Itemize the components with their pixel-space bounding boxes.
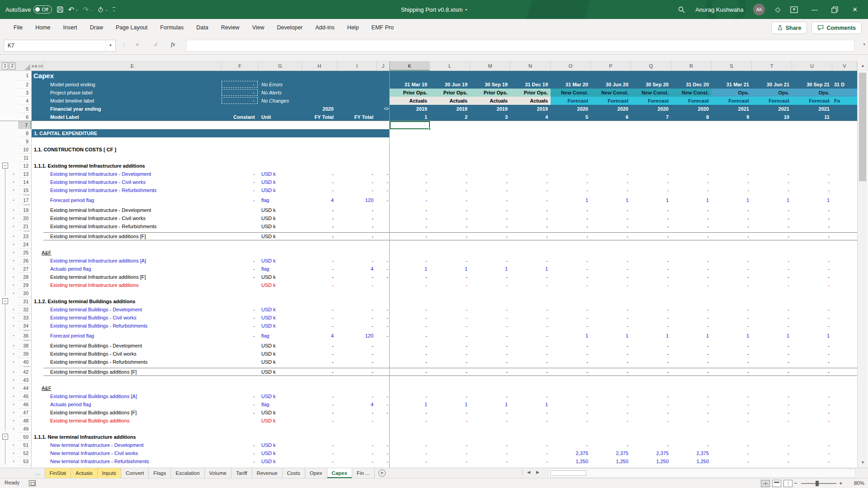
cell-R4[interactable]: Forecast [671,97,712,105]
cell-R33[interactable]: - [671,314,712,322]
cell-P13[interactable]: - [591,170,631,178]
sheet-tab-tariff[interactable]: Tariff [231,468,252,478]
cell-N27[interactable]: 1 [510,265,551,273]
row-number-20[interactable]: 20 [18,214,32,222]
macro-record-icon[interactable] [29,480,36,486]
insert-function-icon[interactable]: fx [171,41,175,48]
cell-P39[interactable]: - [591,350,631,358]
cell-L32[interactable]: - [430,305,470,314]
cell-S36[interactable]: 1 [712,332,752,340]
cell-F27[interactable]: - [222,265,259,273]
cell-M33[interactable]: - [470,314,510,322]
cell-M29[interactable]: - [470,281,510,289]
cell-H28[interactable]: - [302,273,337,281]
cell-M20[interactable]: - [470,214,510,222]
cell-M34[interactable]: - [470,322,510,330]
sheet-tab--[interactable]: ... [32,468,45,478]
cell-P38[interactable]: - [591,342,631,350]
cell-U4[interactable]: Forecast [792,97,832,105]
col-header-O[interactable]: O [551,61,591,71]
cell-R29[interactable]: - [671,281,712,289]
save-button[interactable] [57,6,64,13]
cell-G23[interactable]: USD k [261,232,297,240]
col-header-E[interactable]: E [43,61,222,71]
cell-G47[interactable]: USD k [261,408,297,417]
cell-F36[interactable]: - [222,332,259,340]
cell-R47[interactable]: - [671,408,712,417]
cell-T52[interactable]: - [752,449,792,457]
cell-L14[interactable]: - [430,178,470,186]
cell-M47[interactable]: - [470,408,510,417]
cell-L26[interactable]: - [430,257,470,265]
cell-F33[interactable]: - [222,314,259,322]
sheet-tab-convert[interactable]: Convert [121,468,149,478]
menu-tab-page-layout[interactable]: Page Layout [109,19,154,37]
cell-M21[interactable]: - [470,222,510,230]
cell-Q40[interactable]: - [631,358,671,366]
cell-S17[interactable]: 1 [712,196,752,204]
sheet-tab-volume[interactable]: Volume [205,468,231,478]
cell-T5[interactable]: 2021 [752,105,792,113]
cell-U47[interactable]: - [792,408,832,417]
close-button[interactable]: × [848,5,862,14]
cell-K4[interactable]: Actuals [390,97,430,105]
cell-O53[interactable]: 1,250 [551,457,591,465]
row-number-43[interactable]: 43 [18,376,32,384]
cell-R32[interactable]: - [671,305,712,314]
menu-tab-emf-pro[interactable]: EMF Pro [365,19,400,37]
cell-M13[interactable]: - [470,170,510,178]
cell-R52[interactable]: 2,375 [671,449,712,457]
cell-P6[interactable]: 6 [591,113,631,121]
cell-U45[interactable]: - [792,392,832,400]
cell-G48[interactable]: USD k [261,417,297,425]
cell-K39[interactable]: - [390,350,430,358]
cell-P5[interactable]: 2020 [591,105,631,113]
col-header-I[interactable]: I [337,61,377,71]
customize-qat-button[interactable]: ⌄ [113,7,116,12]
cell-H6[interactable]: FY Total [302,113,337,121]
cell-Q51[interactable]: - [631,441,671,449]
cell-S28[interactable]: - [712,273,752,281]
normal-view-button[interactable] [761,480,770,487]
cell-S48[interactable]: - [712,417,752,425]
cell-N34[interactable]: - [510,322,551,330]
premium-diamond-icon[interactable]: ◇ [775,5,780,14]
cell-S33[interactable]: - [712,314,752,322]
row-number-5[interactable]: 5 [18,105,32,113]
cell-N28[interactable]: - [510,273,551,281]
cell-O39[interactable]: - [551,350,591,358]
cell-J46[interactable]: - [377,400,390,408]
row-number-19[interactable]: 19 [18,206,32,214]
cell-R46[interactable]: - [671,400,712,408]
row-number-49[interactable]: 49 [18,425,32,433]
cell-I17[interactable]: 120 [337,196,377,204]
cell-U38[interactable]: - [792,342,832,350]
cell-J13[interactable]: - [377,170,390,178]
cell-N2[interactable]: 31 Dec 19 [510,80,551,89]
sheet-tab-revenue[interactable]: Revenue [252,468,283,478]
cell-I40[interactable]: - [337,358,377,366]
formula-input[interactable] [186,40,854,52]
cell-M3[interactable]: Prior Ops. [470,89,510,97]
cell-U46[interactable]: - [792,400,832,408]
cell-U28[interactable]: - [792,273,832,281]
cell-U33[interactable]: - [792,314,832,322]
row-number-46[interactable]: 46 [18,400,32,408]
cell-F26[interactable]: - [222,257,259,265]
cell-L47[interactable]: - [430,408,470,417]
cell-N14[interactable]: - [510,178,551,186]
cell-H32[interactable]: - [302,305,337,314]
cell-M14[interactable]: - [470,178,510,186]
cell-T33[interactable]: - [752,314,792,322]
cell-K19[interactable]: - [390,206,430,214]
cell-G17[interactable]: flag [261,196,297,204]
cell-Q4[interactable]: Forecast [631,97,671,105]
cell-T28[interactable]: - [752,273,792,281]
col-header-T[interactable]: T [752,61,792,71]
cell-J26[interactable]: - [377,257,390,265]
cell-N4[interactable]: Actuals [510,97,551,105]
confirm-entry-icon[interactable]: ✓ [154,41,159,48]
cell-H14[interactable]: - [302,178,337,186]
cell-T27[interactable]: - [752,265,792,273]
menu-tab-add-ins[interactable]: Add-ins [309,19,341,37]
